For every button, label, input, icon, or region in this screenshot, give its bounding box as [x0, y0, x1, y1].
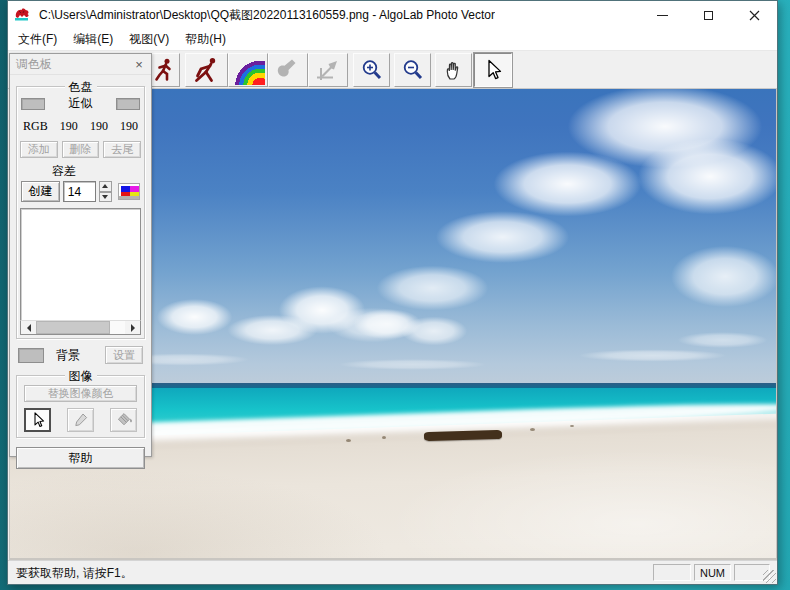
- pan-hand-button[interactable]: [435, 53, 472, 87]
- trace-runner-button[interactable]: [148, 53, 180, 87]
- vectorize-figure-button[interactable]: [185, 53, 228, 87]
- tolerance-up-button[interactable]: [99, 181, 112, 192]
- scrollbar-thumb[interactable]: [36, 321, 110, 334]
- close-icon: [749, 10, 760, 21]
- pen-line-icon: [314, 57, 342, 83]
- trace-runner-icon: [153, 57, 175, 83]
- rgb-r-value: 190: [60, 119, 78, 134]
- desktop: { "window": { "title": "C:\\Users\\Admin…: [0, 0, 790, 590]
- pebble: [570, 425, 574, 427]
- status-bar: 要获取帮助, 请按F1。 NUM: [8, 560, 777, 584]
- cloud: [650, 234, 776, 319]
- vectorize-figure-icon: [192, 56, 222, 84]
- brush-button[interactable]: [268, 53, 308, 87]
- menu-help[interactable]: 帮助(H): [177, 28, 234, 51]
- left-arrow-icon: [27, 324, 31, 332]
- palette-list-scrollbar[interactable]: [20, 320, 141, 335]
- grid-base: [119, 196, 139, 199]
- menu-bar: 文件(F) 编辑(E) 视图(V) 帮助(H): [8, 29, 777, 51]
- close-button[interactable]: [731, 1, 777, 29]
- paint-bucket-icon: [115, 412, 133, 428]
- pencil-button[interactable]: [67, 408, 94, 432]
- menu-edit[interactable]: 编辑(E): [65, 28, 121, 51]
- approx-color-swatch: [116, 98, 140, 110]
- scroll-right-button[interactable]: [125, 321, 140, 334]
- app-logo-icon: [14, 7, 31, 23]
- image-group: 图像 替换图像颜色: [16, 375, 145, 438]
- current-color-swatch: [21, 98, 45, 110]
- image-group-legend: 图像: [65, 368, 97, 385]
- minimize-icon: [657, 15, 668, 16]
- palette-close-button[interactable]: ×: [131, 56, 147, 72]
- cloud: [388, 311, 480, 351]
- add-color-button[interactable]: 添加: [20, 141, 58, 158]
- tolerance-down-button[interactable]: [99, 192, 112, 203]
- brush-icon: [274, 57, 302, 83]
- minimize-button[interactable]: [639, 1, 685, 29]
- pebble: [382, 436, 386, 439]
- help-button[interactable]: 帮助: [16, 447, 145, 469]
- menu-view[interactable]: 视图(V): [121, 28, 177, 51]
- background-color-swatch: [18, 348, 44, 363]
- trim-color-button[interactable]: 去尾: [103, 141, 141, 158]
- app-window: C:\Users\Administrator\Desktop\QQ截图20220…: [7, 0, 778, 585]
- paint-bucket-button[interactable]: [110, 408, 137, 432]
- select-arrow-button[interactable]: [474, 53, 512, 87]
- scrollbar-track[interactable]: [110, 321, 125, 334]
- status-cell-cap: [653, 564, 691, 581]
- pebble: [530, 428, 535, 431]
- maximize-button[interactable]: [685, 1, 731, 29]
- palette-title-bar[interactable]: 调色板 ×: [10, 54, 151, 75]
- down-arrow-icon: [102, 195, 108, 199]
- maximize-icon: [704, 11, 713, 20]
- scroll-left-button[interactable]: [21, 321, 36, 334]
- tolerance-label: 容差: [52, 163, 141, 180]
- pebble: [346, 439, 351, 442]
- palette-panel: 调色板 × 色盘 近似 RGB 190 190 190 添加 删除 去尾 容差: [9, 53, 152, 457]
- pick-arrow-button[interactable]: [24, 408, 51, 432]
- sand-shadow: [10, 469, 390, 558]
- status-cell-num: NUM: [694, 564, 731, 581]
- rgb-b-value: 190: [120, 119, 138, 134]
- background-label: 背景: [56, 347, 80, 364]
- resize-grip[interactable]: [763, 570, 776, 583]
- status-message: 要获取帮助, 请按F1。: [16, 565, 133, 582]
- select-arrow-icon: [29, 411, 47, 429]
- delete-color-button[interactable]: 删除: [62, 141, 100, 158]
- zoom-out-button[interactable]: [394, 53, 431, 87]
- right-arrow-icon: [131, 324, 135, 332]
- pen-line-button[interactable]: [308, 53, 348, 87]
- cloud: [310, 357, 515, 372]
- rgb-g-value: 190: [90, 119, 108, 134]
- color-wheel-group: 色盘 近似 RGB 190 190 190 添加 删除 去尾 容差 创建 14: [16, 86, 145, 339]
- up-arrow-icon: [102, 184, 108, 188]
- rainbow-colors-icon: [231, 55, 265, 85]
- color-wheel-legend: 色盘: [65, 79, 97, 96]
- sand-highlight: [386, 449, 776, 558]
- rainbow-colors-button[interactable]: [228, 53, 268, 87]
- tolerance-input[interactable]: 14: [63, 181, 96, 202]
- background-settings-button[interactable]: 设置: [105, 346, 143, 364]
- rgb-label: RGB: [23, 119, 48, 134]
- approx-label: 近似: [69, 95, 93, 112]
- palette-title: 调色板: [16, 56, 52, 73]
- replace-image-color-button[interactable]: 替换图像颜色: [24, 385, 137, 402]
- cloud: [660, 329, 776, 351]
- pencil-icon: [73, 412, 89, 428]
- menu-file[interactable]: 文件(F): [10, 28, 65, 51]
- zoom-in-icon: [360, 58, 384, 82]
- color-grid-icon[interactable]: [118, 183, 140, 200]
- select-arrow-icon: [481, 58, 505, 82]
- zoom-in-button[interactable]: [353, 53, 390, 87]
- create-button[interactable]: 创建: [21, 181, 60, 202]
- zoom-out-icon: [401, 58, 425, 82]
- palette-color-list[interactable]: [20, 208, 141, 320]
- pan-hand-icon: [442, 58, 466, 82]
- title-bar[interactable]: C:\Users\Administrator\Desktop\QQ截图20220…: [8, 1, 777, 29]
- window-title: C:\Users\Administrator\Desktop\QQ截图20220…: [39, 7, 495, 24]
